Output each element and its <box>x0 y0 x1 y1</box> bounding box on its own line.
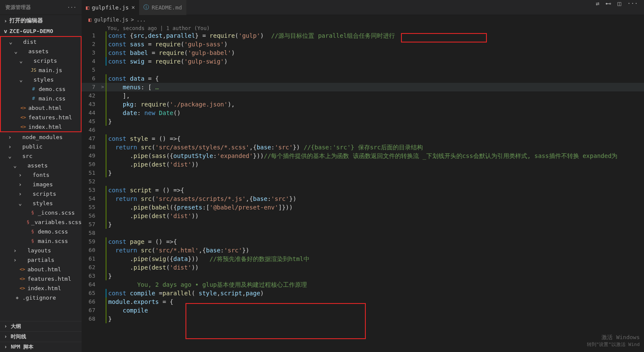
gulp-icon: ◧ <box>88 17 91 23</box>
tree-label: main.scss <box>38 238 68 244</box>
tree-item[interactable]: ⌄src <box>0 151 82 161</box>
code-line[interactable]: 63} <box>82 272 644 280</box>
code-line[interactable]: 54 return src('src/assets/scripts/*.js',… <box>82 194 644 203</box>
tree-item[interactable]: ⌄scripts <box>1 56 81 65</box>
code-line[interactable]: 53const script = () =>{ <box>82 186 644 194</box>
timeline-section[interactable]: › 时间线 <box>0 331 82 342</box>
info-icon: ⓘ <box>143 3 149 11</box>
tree-item[interactable]: ⌄styles <box>1 75 81 84</box>
tree-item[interactable]: ⌄assets <box>1 46 81 56</box>
tree-label: fonts <box>33 172 49 178</box>
code-line[interactable]: 62 .pipe(dest('dist')) <box>82 263 644 272</box>
code-line[interactable]: 50 .pipe(dest('dist')) <box>82 160 644 169</box>
code-line[interactable]: 2const sass = require('gulp-sass') <box>82 40 644 49</box>
tree-label: index.html <box>28 124 62 130</box>
code-line[interactable]: 6const data = { <box>82 74 644 83</box>
code-line[interactable]: 3const babel = require('gulp-babel') <box>82 49 644 57</box>
code-line[interactable]: 48 return src('src/assets/styles/*.scss'… <box>82 143 644 152</box>
tree-item[interactable]: ›partials <box>0 255 82 264</box>
run-icon[interactable]: ⊷ <box>605 0 611 15</box>
tree-item[interactable]: #demo.css <box>1 84 81 94</box>
tree-item[interactable]: <>index.html <box>1 122 81 131</box>
explorer-title-row: 资源管理器 ··· <box>0 4 82 11</box>
tree-label: images <box>33 181 53 188</box>
tree-item[interactable]: ◆.gitignore <box>0 293 82 302</box>
tree-item[interactable]: ›layouts <box>0 246 82 255</box>
code-line[interactable]: 42 ], <box>82 91 644 100</box>
close-icon[interactable]: × <box>131 4 135 11</box>
tab-readme[interactable]: ⓘ README.md <box>139 0 186 15</box>
code-line[interactable]: 1const {src,dest,parallel} = require('gu… <box>82 31 644 40</box>
breadcrumb[interactable]: ◧ gulpfile.js > ... <box>82 15 644 24</box>
code-line[interactable]: 60 return src('src/*.html',{base:'src'}) <box>82 246 644 255</box>
code-line[interactable]: 49 .pipe(sass({outputStyle:'expanded'}))… <box>82 152 644 160</box>
split-icon[interactable]: ◫ <box>617 0 621 15</box>
tree-item[interactable]: ⌄assets <box>0 161 82 170</box>
tree-item[interactable]: ›node_modules <box>0 132 82 142</box>
compare-icon[interactable]: ⇄ <box>596 0 599 15</box>
code-line[interactable]: 58 <box>82 229 644 237</box>
tree-label: scripts <box>33 58 57 64</box>
code-line[interactable]: 43 pkg: require('./package.json'), <box>82 100 644 109</box>
tree-label: assets <box>27 162 48 169</box>
code-line[interactable]: 51} <box>82 169 644 177</box>
tab-gulpfile[interactable]: ◧ gulpfile.js × <box>82 0 139 15</box>
code-line[interactable]: 46 <box>82 126 644 134</box>
tree-item[interactable]: ›images <box>0 179 82 189</box>
tree-label: demo.scss <box>38 228 68 235</box>
code-line[interactable]: 4const swig = require('gulp-swig') <box>82 57 644 66</box>
code-line[interactable]: 45} <box>82 117 644 126</box>
file-icon: <> <box>19 267 26 272</box>
tree-item[interactable]: <>about.html <box>1 103 81 112</box>
code-line[interactable]: 52 <box>82 177 644 186</box>
more-icon[interactable]: ··· <box>67 4 76 10</box>
tree-item[interactable]: <>features.html <box>0 274 82 283</box>
tabbar: ◧ gulpfile.js × ⓘ README.md ⇄ ⊷ ◫ ··· <box>82 0 644 15</box>
code-line[interactable]: 64 You, 2 days ago • glup基本使用及构建过程核心工作原理 <box>82 280 644 289</box>
highlighted-tree-section: ⌄dist⌄assets⌄scriptsJSmain.js⌄styles#dem… <box>0 36 82 132</box>
code-line[interactable]: 7> menus: [ … <box>82 83 644 91</box>
code-line[interactable]: 61 .pipe(swig({data})) //将预先准备好的数据渲染到htm… <box>82 255 644 263</box>
tree-item[interactable]: ⌄styles <box>0 198 82 208</box>
tree-item[interactable]: §_variables.scss <box>0 217 82 227</box>
code-line[interactable]: 65const compile =parallel( style,script,… <box>82 289 644 297</box>
more-icon[interactable]: ··· <box>627 0 638 15</box>
tree-label: scripts <box>33 191 56 197</box>
code-line[interactable]: 47const style = () =>{ <box>82 134 644 143</box>
tree-item[interactable]: <>features.html <box>1 112 81 122</box>
npm-scripts-section[interactable]: › NPM 脚本 <box>0 342 82 352</box>
tree-label: _variables.scss <box>31 219 82 225</box>
tree-label: demo.css <box>39 86 66 92</box>
tree-label: styles <box>33 200 53 206</box>
code-line[interactable]: 5 <box>82 66 644 74</box>
file-icon: <> <box>20 124 27 130</box>
tree-item[interactable]: JSmain.js <box>1 65 81 75</box>
tree-item[interactable]: §_icons.scss <box>0 208 82 217</box>
code-line[interactable]: 57} <box>82 220 644 229</box>
tree-label: features.html <box>28 114 72 121</box>
codelens[interactable]: You, seconds ago | 1 author (You) <box>82 24 644 31</box>
code-line[interactable]: 44 date: new Date() <box>82 109 644 117</box>
tree-item[interactable]: ›fonts <box>0 170 82 179</box>
tree-item[interactable]: ›scripts <box>0 189 82 198</box>
file-icon: # <box>30 96 37 101</box>
main: › 打开的编辑器 v ZCE-GULP-DEMO ⌄dist⌄assets⌄sc… <box>0 15 644 352</box>
file-icon: § <box>29 238 36 244</box>
code-line[interactable]: 59const page = () =>{ <box>82 237 644 246</box>
open-editors-section[interactable]: › 打开的编辑器 <box>0 15 82 26</box>
tree-item[interactable]: §main.scss <box>0 236 82 246</box>
tree-item[interactable]: ›public <box>0 142 82 151</box>
tree-item[interactable]: §demo.scss <box>0 227 82 236</box>
explorer: › 打开的编辑器 v ZCE-GULP-DEMO ⌄dist⌄assets⌄sc… <box>0 15 82 352</box>
code-area[interactable]: 1const {src,dest,parallel} = require('gu… <box>82 31 644 352</box>
code-line[interactable]: 56 .pipe(dest('dist')) <box>82 212 644 220</box>
tree-item[interactable]: <>index.html <box>0 283 82 293</box>
code-line[interactable]: 55 .pipe(babel({presets:['@babel/preset-… <box>82 203 644 212</box>
tree-item[interactable]: #main.css <box>1 94 81 103</box>
outline-section[interactable]: › 大纲 <box>0 321 82 331</box>
project-section[interactable]: v ZCE-GULP-DEMO <box>0 26 82 36</box>
file-icon: JS <box>30 67 37 73</box>
tree-item[interactable]: <>about.html <box>0 264 82 274</box>
annotation-box-2 <box>185 303 366 339</box>
tree-item[interactable]: ⌄dist <box>1 37 81 46</box>
